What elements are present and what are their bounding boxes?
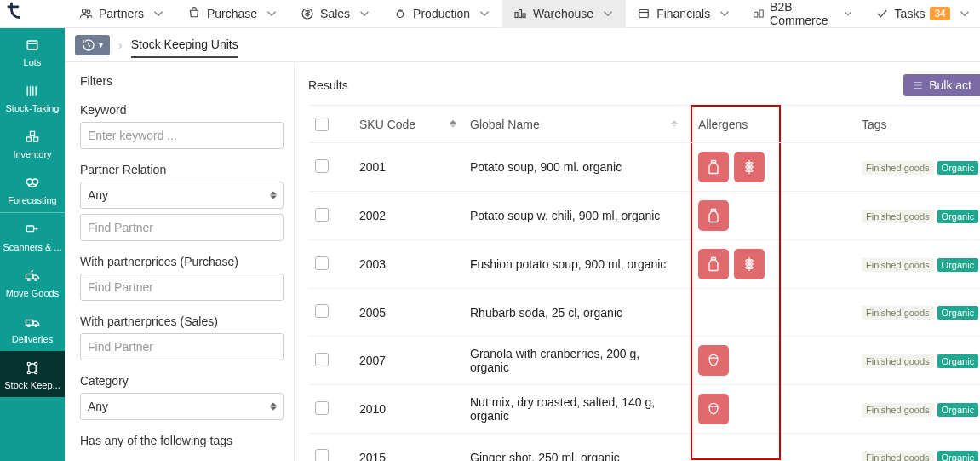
category-select[interactable] [80, 393, 284, 420]
chevron-down-icon [357, 6, 372, 21]
tag: Organic [937, 403, 979, 417]
tag: Organic [937, 258, 979, 272]
row-checkbox[interactable] [315, 401, 329, 415]
cell-name: Potato soup, 900 ml. organic [470, 160, 674, 174]
row-checkbox[interactable] [315, 159, 329, 173]
b2b-icon [753, 6, 765, 21]
sort-icon[interactable] [450, 120, 456, 128]
sidebar-label: Forecasting [8, 195, 56, 205]
sidebar-label: Deliveries [12, 334, 53, 344]
nav-item-sales[interactable]: Sales [289, 0, 382, 28]
nav-item-b2b[interactable]: B2B Commerce [742, 0, 863, 28]
cell-sku: 2007 [359, 354, 470, 367]
nav-label: Purchase [207, 7, 257, 20]
nav-item-financials[interactable]: Financials [626, 0, 742, 28]
nav-label: Warehouse [533, 7, 593, 20]
app-logo[interactable] [7, 2, 26, 26]
keyword-input[interactable] [80, 122, 284, 149]
pp-purchase-input[interactable] [80, 274, 284, 301]
caret-down-icon: ▾ [99, 40, 103, 49]
table-row[interactable]: 2005Rhubarb soda, 25 cl, organicFinished… [308, 289, 980, 337]
chevron-down-icon [151, 6, 166, 21]
sidebar-item-lots[interactable]: Lots [0, 28, 65, 74]
tag: Finished goods [862, 210, 934, 223]
row-checkbox[interactable] [315, 353, 329, 366]
allergen-milk-icon [698, 249, 729, 279]
nav-label: Sales [320, 7, 350, 20]
sidebar-label: Lots [24, 57, 42, 67]
nav-item-partners[interactable]: Partners [68, 0, 176, 28]
allergen-milk-icon [698, 200, 729, 231]
partner-relation-select[interactable] [80, 182, 284, 209]
breadcrumb-bar: ▾ › Stock Keeping Units [65, 28, 980, 62]
chevron-down-icon [842, 6, 854, 21]
cell-name: Fushion potato soup, 900 ml, organic [470, 257, 674, 271]
sidebar-item-inventory[interactable]: Inventory [0, 120, 65, 166]
sidebar-item-deliveries[interactable]: Deliveries [0, 305, 65, 351]
breadcrumb-current: Stock Keeping Units [131, 37, 238, 58]
warehouse-icon [513, 6, 528, 21]
sidebar-item-movegoods[interactable]: Move Goods [0, 259, 65, 305]
results-table: SKU Code Global Name Allergens Tags 2001… [308, 105, 980, 461]
cell-tags: Finished goodsOrganic [862, 402, 980, 417]
filters-panel: Filters Keyword Partner Relation With pa… [65, 62, 295, 461]
tag: Finished goods [862, 354, 934, 368]
sku-icon [22, 360, 43, 377]
scanners-icon [22, 222, 43, 239]
tasks-badge: 34 [930, 7, 949, 20]
sidebar-label: Scanners & ... [3, 242, 61, 252]
nav-label: Tasks [895, 7, 926, 20]
cell-tags: Finished goodsOrganic [862, 257, 980, 272]
row-checkbox[interactable] [315, 304, 329, 318]
col-allergens[interactable]: Allergens [698, 118, 748, 131]
tag: Finished goods [862, 161, 934, 175]
nav-item-warehouse[interactable]: Warehouse [502, 0, 626, 28]
col-tags[interactable]: Tags [862, 118, 887, 131]
col-sku[interactable]: SKU Code [359, 118, 415, 131]
history-button[interactable]: ▾ [75, 35, 110, 55]
sidebar-item-scanners[interactable]: Scanners & ... [0, 213, 65, 259]
sidebar-item-stocktaking[interactable]: Stock-Taking [0, 74, 65, 120]
nav-item-tasks[interactable]: Tasks34 [864, 0, 980, 28]
sidebar-item-forecasting[interactable]: Forecasting [0, 166, 65, 212]
row-checkbox[interactable] [315, 208, 329, 222]
row-checkbox[interactable] [315, 449, 329, 461]
cell-tags: Finished goodsOrganic [862, 450, 980, 461]
nav-item-purchase[interactable]: Purchase [176, 0, 289, 28]
cell-name: Nut mix, dry roasted, salted, 140 g, org… [470, 395, 674, 423]
chevron-down-icon [600, 6, 616, 21]
financials-icon [636, 6, 651, 21]
tasks-icon [874, 6, 890, 21]
filters-title: Filters [80, 74, 284, 88]
tags-filter-label: Has any of the following tags [80, 434, 284, 447]
cell-sku: 2015 [359, 451, 470, 462]
nav-label: Partners [99, 7, 144, 20]
tag: Organic [937, 210, 979, 223]
cell-tags: Finished goodsOrganic [862, 354, 980, 368]
nav-item-production[interactable]: Production [382, 0, 502, 28]
table-row[interactable]: 2003Fushion potato soup, 900 ml, organic… [308, 240, 980, 289]
sidebar-label: Move Goods [6, 288, 59, 298]
table-row[interactable]: 2002Potato soup w. chili, 900 ml, organi… [308, 192, 980, 240]
bulk-actions-button[interactable]: Bulk act [903, 74, 980, 96]
table-row[interactable]: 2010Nut mix, dry roasted, salted, 140 g,… [308, 385, 980, 434]
sidebar-label: Inventory [13, 149, 51, 159]
tag: Organic [937, 306, 979, 320]
chevron-right-icon: › [118, 38, 123, 52]
partner-relation-label: Partner Relation [80, 163, 284, 176]
tag: Finished goods [862, 258, 934, 272]
sort-icon[interactable] [671, 120, 678, 128]
table-row[interactable]: 2001Potato soup, 900 ml. organicFinished… [308, 143, 980, 192]
cell-sku: 2001 [359, 160, 470, 174]
select-all-checkbox[interactable] [315, 118, 329, 131]
partner-relation-partner-input[interactable] [80, 214, 284, 241]
partners-icon [78, 6, 94, 21]
pp-sales-label: With partnerprices (Sales) [80, 314, 284, 328]
cell-name: Ginger shot, 250 ml, organic [470, 451, 674, 462]
table-row[interactable]: 2007Granola with cranberries, 200 g, org… [308, 337, 980, 385]
col-name[interactable]: Global Name [470, 118, 540, 131]
row-checkbox[interactable] [315, 256, 329, 270]
table-row[interactable]: 2015Ginger shot, 250 ml, organicFinished… [308, 434, 980, 461]
pp-sales-input[interactable] [80, 333, 284, 360]
sidebar-item-sku[interactable]: Stock Keep... [0, 351, 65, 397]
